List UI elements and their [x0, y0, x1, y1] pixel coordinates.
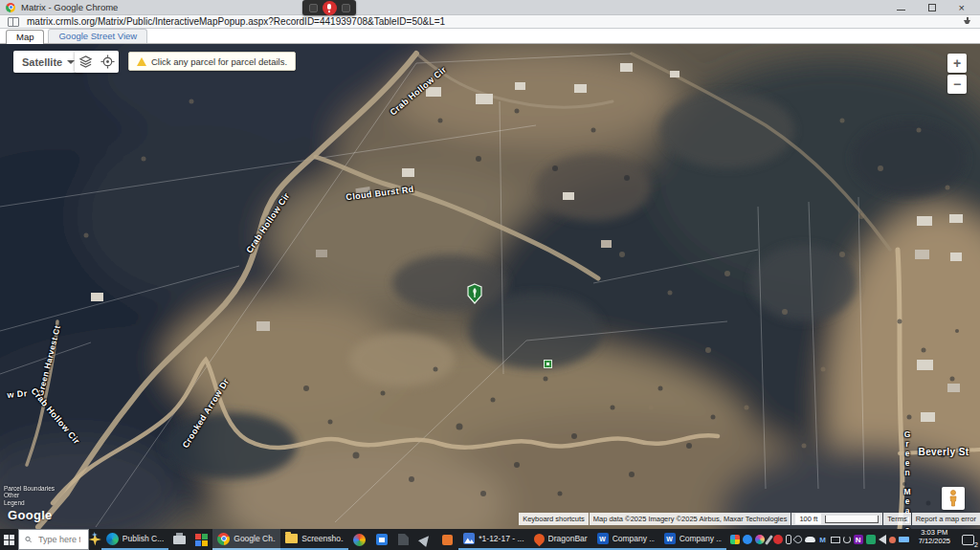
- paint-splash-icon[interactable]: [755, 535, 765, 544]
- parcel-tooltip-text: Click any parcel for parcel details.: [151, 56, 287, 67]
- notification-center[interactable]: 2: [956, 529, 980, 550]
- clock-date: 7/12/2025: [919, 538, 950, 546]
- page-tab-bar: Map Google Street View: [0, 29, 980, 44]
- street-label: Beverly St: [919, 447, 969, 457]
- crosshair-icon[interactable]: [100, 55, 115, 69]
- taskbar-app-photos[interactable]: *1-12-17 - ...: [458, 529, 528, 550]
- report-error-link[interactable]: Report a map error: [912, 513, 980, 525]
- word-icon: W: [664, 533, 676, 544]
- monitor-icon[interactable]: [831, 537, 840, 543]
- taskbar-app-company-2[interactable]: W Company ...: [659, 529, 726, 550]
- google-logo: Google: [8, 508, 53, 522]
- app-grid-icon[interactable]: [730, 535, 740, 544]
- flag-icon[interactable]: [392, 529, 414, 550]
- office-icon[interactable]: [190, 529, 212, 550]
- taskbar-app-company-1[interactable]: W Company ...: [592, 529, 659, 550]
- satellite-label: Satellite: [22, 56, 62, 68]
- pen-icon[interactable]: [765, 535, 773, 545]
- browser-window: Matrix - Google Chrome × matrix.crmls.or…: [0, 0, 980, 550]
- start-icon: [4, 535, 14, 545]
- taskbar-app-publish[interactable]: Publish C...: [101, 529, 168, 550]
- folder-icon: [285, 534, 298, 543]
- onedrive-cloud-icon[interactable]: [805, 537, 815, 542]
- truck-icon[interactable]: [899, 537, 909, 542]
- speaker-icon[interactable]: [879, 535, 886, 544]
- status-dot-icon[interactable]: [889, 537, 896, 543]
- mic-widget-left-button[interactable]: [309, 4, 318, 12]
- search-icon: [25, 535, 32, 544]
- chrome-logo-icon: [6, 3, 15, 12]
- split-view-icon[interactable]: [8, 17, 19, 27]
- satellite-imagery: [0, 44, 980, 529]
- rocket-icon[interactable]: [414, 529, 436, 550]
- windows-taskbar: Publish C... Google Ch... Screensho... *…: [0, 529, 980, 550]
- taskbar-app-screenshot[interactable]: Screensho...: [280, 529, 348, 550]
- url-bar[interactable]: matrix.crmls.org/Matrix/Public/Interacti…: [0, 15, 980, 29]
- satellite-dropdown[interactable]: Satellite: [13, 51, 83, 73]
- system-tray: M N: [726, 529, 913, 550]
- download-icon[interactable]: [962, 17, 972, 27]
- excel-icon[interactable]: [866, 535, 876, 544]
- satellite-map[interactable]: Crab Hollow Cir Cloud Burst Rd Crab Holl…: [0, 44, 980, 529]
- word-icon: W: [597, 533, 609, 544]
- phone-icon[interactable]: [786, 535, 791, 544]
- tab-map[interactable]: Map: [6, 30, 44, 44]
- pegman-icon[interactable]: [942, 487, 965, 510]
- close-icon[interactable]: ×: [959, 3, 965, 12]
- start-button[interactable]: [0, 529, 18, 550]
- dragon-mic-widget: [302, 0, 356, 15]
- notification-count: 2: [974, 541, 978, 548]
- parcel-tooltip: Click any parcel for parcel details.: [128, 52, 296, 71]
- sync-icon[interactable]: [843, 536, 851, 543]
- url-text[interactable]: matrix.crmls.org/Matrix/Public/Interacti…: [27, 16, 445, 27]
- layers-icon[interactable]: [78, 55, 93, 69]
- color-wheel-icon[interactable]: [348, 529, 370, 550]
- keyboard-shortcuts-link[interactable]: Keyboard shortcuts: [519, 513, 589, 525]
- photos-icon: [463, 533, 475, 544]
- restore-icon[interactable]: [928, 4, 936, 11]
- cortana-sparkle-icon[interactable]: [89, 529, 101, 550]
- map-tools: [75, 51, 119, 73]
- flame-icon: [531, 531, 546, 546]
- zoom-out-button[interactable]: −: [947, 75, 967, 94]
- zoom-in-button[interactable]: +: [947, 54, 967, 73]
- scale-bar: [825, 516, 879, 523]
- window-title: Matrix - Google Chrome: [21, 2, 118, 12]
- terms-link[interactable]: Terms: [883, 513, 910, 525]
- property-marker-icon[interactable]: [467, 283, 482, 304]
- search-input[interactable]: [36, 534, 82, 545]
- minimize-icon[interactable]: [897, 5, 905, 11]
- tab-google-street-view[interactable]: Google Street View: [48, 29, 147, 43]
- mail-m-icon[interactable]: M: [818, 535, 828, 544]
- printer-icon[interactable]: [168, 529, 190, 550]
- mic-icon[interactable]: [323, 1, 337, 15]
- warning-icon: [137, 57, 146, 66]
- recording-dot-icon[interactable]: [773, 535, 783, 544]
- taskbar-clock[interactable]: 3:03 PM 7/12/2025: [913, 529, 956, 550]
- taskbar-app-dragonbar[interactable]: DragonBar: [529, 529, 592, 550]
- map-data-text: Map data ©2025 Imagery ©2025 Airbus, Max…: [590, 513, 791, 525]
- secondary-marker-icon[interactable]: [544, 360, 552, 368]
- title-bar: Matrix - Google Chrome ×: [0, 0, 980, 15]
- chrome-icon: [217, 533, 230, 545]
- chevron-down-icon: [67, 60, 75, 64]
- mic-widget-right-button[interactable]: [342, 4, 350, 12]
- taskbar-app-chrome[interactable]: Google Ch...: [212, 529, 280, 550]
- publish-app-icon: [106, 533, 119, 545]
- street-label: w Dr: [7, 388, 28, 400]
- outlook-icon[interactable]: [436, 529, 458, 550]
- pointer-icon[interactable]: [792, 534, 803, 544]
- taskbar-search[interactable]: [18, 529, 89, 550]
- map-legend: Parcel Boundaries Other Legend: [4, 485, 55, 507]
- map-attribution: Keyboard shortcuts Map data ©2025 Imager…: [519, 513, 980, 525]
- notification-icon: [962, 535, 974, 545]
- scale-control: 100 ft: [791, 513, 882, 525]
- skype-icon[interactable]: [743, 535, 752, 544]
- store-icon[interactable]: [370, 529, 392, 550]
- onenote-icon[interactable]: N: [854, 535, 863, 544]
